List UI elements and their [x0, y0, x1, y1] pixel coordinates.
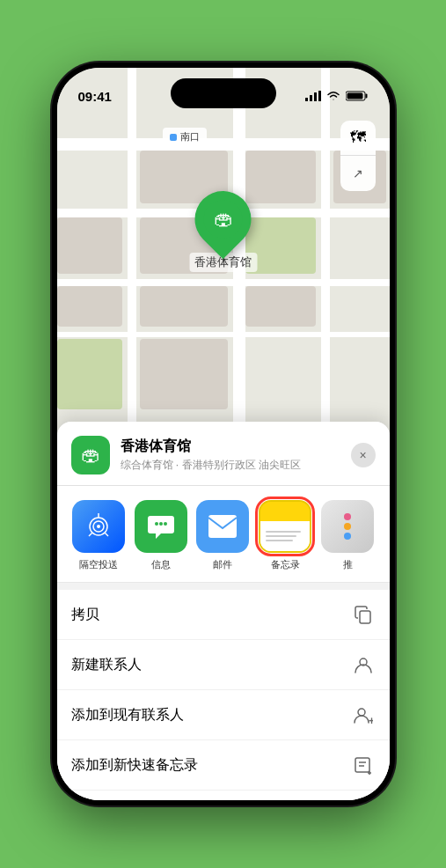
airdrop-label: 隔空投送	[79, 558, 118, 571]
add-existing-icon: +	[351, 702, 376, 727]
map-south-entrance-label: 南口	[163, 128, 207, 146]
svg-text:+: +	[369, 715, 373, 725]
messages-icon	[135, 500, 187, 553]
svg-rect-6	[347, 93, 362, 99]
share-apps-row: 隔空投送 信息	[57, 486, 390, 583]
copy-action[interactable]: 拷贝	[57, 590, 390, 640]
dynamic-island	[171, 78, 276, 108]
venue-header: 🏟 香港体育馆 综合体育馆 · 香港特别行政区 油尖旺区 ×	[57, 422, 390, 486]
action-list: 拷贝 新建联系人	[57, 590, 390, 800]
mail-icon	[196, 500, 249, 553]
share-item-mail[interactable]: 邮件	[195, 500, 251, 571]
more-label: 推	[343, 558, 353, 571]
venue-name: 香港体育馆	[121, 438, 351, 456]
copy-label: 拷贝	[71, 606, 99, 624]
venue-pin-icon: 🏟	[204, 200, 243, 239]
location-pin: 🏟 香港体育馆	[189, 191, 257, 272]
venue-subtitle: 综合体育馆 · 香港特别行政区 油尖旺区	[121, 458, 351, 473]
notes-icon	[259, 500, 311, 553]
share-item-more[interactable]: 推	[320, 500, 376, 571]
svg-line-11	[105, 533, 108, 536]
map-controls: 🗺 ↗	[340, 121, 376, 191]
svg-point-9	[97, 525, 100, 528]
svg-rect-16	[208, 515, 237, 538]
svg-point-13	[155, 522, 158, 526]
print-action[interactable]: 打印	[57, 791, 390, 800]
bottom-sheet: 🏟 香港体育馆 综合体育馆 · 香港特别行政区 油尖旺区 ×	[57, 422, 390, 800]
share-item-messages[interactable]: 信息	[133, 500, 188, 571]
svg-point-15	[164, 522, 167, 526]
svg-rect-21	[355, 758, 369, 772]
share-item-notes[interactable]: 备忘录	[258, 500, 313, 571]
copy-icon	[351, 602, 376, 627]
map-type-button[interactable]: 🗺	[340, 121, 376, 156]
venue-icon: 🏟	[71, 436, 110, 474]
phone-screen: 09:41	[57, 68, 390, 800]
wifi-icon	[326, 91, 340, 101]
location-button[interactable]: ↗	[340, 156, 376, 191]
signal-icon	[305, 91, 321, 101]
add-existing-action[interactable]: 添加到现有联系人 +	[57, 690, 390, 740]
notes-label: 备忘录	[271, 558, 300, 571]
airdrop-icon	[72, 500, 125, 553]
mail-label: 邮件	[213, 558, 232, 571]
add-note-action[interactable]: 添加到新快速备忘录	[57, 740, 390, 791]
new-contact-icon	[351, 652, 376, 677]
status-icons	[305, 91, 369, 101]
svg-rect-17	[360, 611, 370, 623]
messages-label: 信息	[151, 558, 171, 571]
svg-rect-0	[305, 98, 308, 101]
phone-frame: 09:41	[52, 63, 395, 805]
add-existing-label: 添加到现有联系人	[71, 706, 184, 725]
svg-rect-5	[365, 94, 367, 99]
battery-icon	[346, 91, 369, 101]
svg-point-14	[159, 522, 163, 526]
svg-rect-1	[310, 95, 312, 101]
svg-rect-3	[318, 91, 321, 101]
svg-line-12	[89, 533, 92, 536]
new-contact-action[interactable]: 新建联系人	[57, 640, 390, 690]
more-icon	[321, 500, 374, 553]
add-note-icon	[351, 753, 376, 777]
add-note-label: 添加到新快速备忘录	[71, 756, 198, 775]
new-contact-label: 新建联系人	[71, 656, 142, 674]
map-area: 南口 🗺 ↗ 🏟 香港体育馆	[57, 68, 390, 455]
venue-info: 香港体育馆 综合体育馆 · 香港特别行政区 油尖旺区	[121, 438, 351, 473]
svg-rect-2	[314, 92, 317, 101]
svg-point-19	[358, 709, 365, 716]
close-button[interactable]: ×	[351, 443, 376, 467]
status-time: 09:41	[78, 89, 112, 104]
share-item-airdrop[interactable]: 隔空投送	[71, 500, 127, 571]
